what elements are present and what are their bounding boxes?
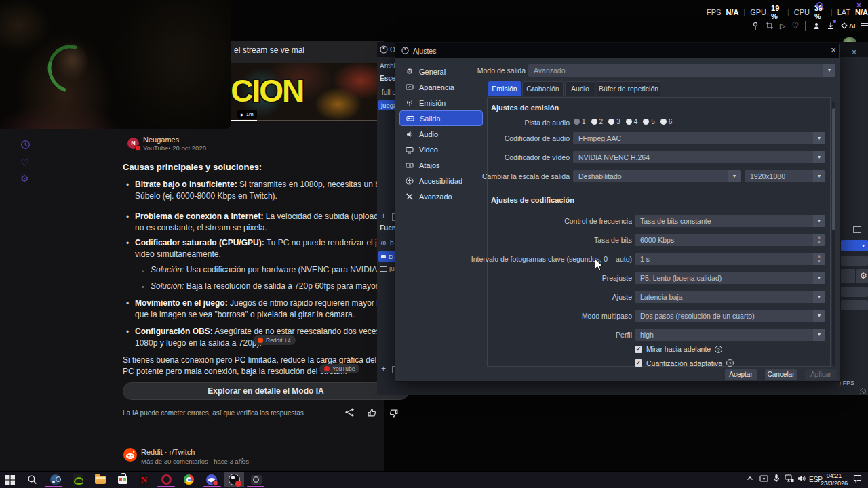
heart-icon[interactable]: ♡ bbox=[791, 21, 799, 30]
spin-down-icon[interactable]: ∨ bbox=[818, 240, 821, 245]
tab-grabacion[interactable]: Grabación bbox=[522, 81, 564, 96]
preset-select[interactable]: P5: Lento (buena calidad) ▾ bbox=[635, 272, 825, 284]
taskbar-obs-icon[interactable] bbox=[229, 474, 240, 485]
taskbar-discord-icon[interactable] bbox=[205, 474, 217, 485]
profile-person-icon[interactable] bbox=[812, 22, 821, 30]
rate-control-select[interactable]: Tasa de bits constante ▾ bbox=[635, 215, 825, 227]
taskbar-store-icon[interactable] bbox=[117, 474, 128, 485]
settings-gear-icon[interactable]: ⚙ bbox=[20, 173, 29, 184]
dialog-scrollbar-track[interactable] bbox=[832, 102, 835, 366]
source-avatar[interactable]: N bbox=[127, 138, 139, 149]
youtube-citation-badge[interactable]: YouTube bbox=[319, 364, 359, 373]
nav-item-emision[interactable]: Emisión bbox=[399, 95, 483, 110]
radio-track-4[interactable] bbox=[626, 119, 632, 125]
menu-icon[interactable] bbox=[861, 22, 868, 30]
download-icon[interactable] bbox=[827, 22, 835, 30]
checkbox-checked-icon[interactable]: ✓ bbox=[635, 359, 642, 367]
gx-search-icon[interactable] bbox=[816, 1, 825, 10]
capture-frame-icon[interactable] bbox=[766, 22, 774, 30]
gx-close-icon[interactable]: × bbox=[856, 1, 861, 10]
tools-icon bbox=[406, 192, 414, 201]
cancel-button[interactable]: Cancelar bbox=[765, 369, 797, 380]
obs-add-scene-button[interactable]: + bbox=[381, 211, 386, 221]
play-icon[interactable]: ▷ bbox=[780, 22, 785, 30]
tray-cast-icon[interactable] bbox=[760, 474, 768, 483]
tab-audio[interactable]: Audio bbox=[565, 81, 595, 96]
audio-encoder-select[interactable]: FFmpeg AAC ▾ bbox=[573, 132, 825, 144]
reddit-logo[interactable] bbox=[123, 448, 137, 462]
radio-track-6[interactable] bbox=[660, 119, 667, 125]
radio-track-2[interactable] bbox=[591, 119, 597, 125]
tab-bufer[interactable]: Búfer de repetición bbox=[597, 81, 660, 96]
taskbar-steam-icon[interactable] bbox=[50, 474, 61, 485]
running-indicator bbox=[45, 486, 62, 487]
chevron-down-icon: ▾ bbox=[813, 215, 825, 227]
keyframe-spinner[interactable]: 1 s ∧∨ bbox=[635, 253, 825, 265]
explore-ai-mode-button[interactable]: Explorar en detalle el Modo IA bbox=[123, 382, 409, 400]
taskbar-chrome-icon[interactable] bbox=[183, 474, 195, 485]
tuning-select[interactable]: Latencia baja ▾ bbox=[635, 291, 825, 303]
video-encoder-select[interactable]: NVIDIA NVENC H.264 ▾ bbox=[573, 151, 825, 163]
pin-icon[interactable] bbox=[751, 22, 760, 30]
tray-network-icon[interactable] bbox=[785, 474, 794, 483]
kebab-menu-icon[interactable]: ⋮ bbox=[239, 457, 246, 466]
lookahead-checkbox-row[interactable]: ✓ Mirar hacia adelante ? bbox=[635, 345, 722, 353]
obs-resize-grip[interactable] bbox=[860, 388, 866, 394]
spin-up-icon[interactable]: ∧ bbox=[818, 254, 821, 259]
settings-dialog-titlebar[interactable]: Ajustes bbox=[395, 43, 839, 58]
output-mode-select[interactable]: Avanzado ▾ bbox=[528, 64, 835, 77]
apply-button[interactable]: Aplicar bbox=[805, 369, 837, 380]
profile-select[interactable]: high ▾ bbox=[635, 329, 825, 341]
obs-start-streaming-button[interactable]: ▾ bbox=[841, 240, 868, 251]
video-thumbnail[interactable]: LUCION ▶ 1m bbox=[231, 63, 384, 122]
tray-volume-icon[interactable] bbox=[797, 474, 806, 483]
dialog-scrollbar-thumb[interactable] bbox=[832, 108, 835, 230]
tab-emision[interactable]: Emisión bbox=[488, 81, 521, 96]
rescale-resolution-select[interactable]: 1920x1080 ▾ bbox=[745, 170, 825, 182]
radio-track-1[interactable] bbox=[574, 119, 580, 125]
radio-track-5[interactable] bbox=[643, 119, 649, 125]
obs-dock-icon[interactable] bbox=[853, 226, 861, 233]
tray-notifications-icon[interactable] bbox=[853, 474, 862, 483]
thumbs-down-icon[interactable] bbox=[389, 409, 399, 419]
obs-studio-mode-button[interactable] bbox=[841, 269, 855, 283]
start-button[interactable] bbox=[4, 474, 16, 485]
favorites-heart-icon[interactable]: ♡ bbox=[20, 157, 29, 168]
nav-item-avanzado[interactable]: Avanzado bbox=[399, 188, 483, 204]
tray-clock[interactable]: 04:21 23/3/2026 bbox=[817, 472, 851, 487]
obs-close-icon[interactable]: × bbox=[852, 47, 856, 57]
taskbar-camera-icon[interactable] bbox=[250, 474, 262, 485]
thumbs-up-icon[interactable] bbox=[367, 407, 377, 418]
bitrate-spinner[interactable]: 6000 Kbps ∧∨ bbox=[635, 234, 825, 246]
spin-up-icon[interactable]: ∧ bbox=[818, 235, 821, 240]
spin-down-icon[interactable]: ∨ bbox=[818, 259, 821, 264]
obs-start-recording-button[interactable] bbox=[841, 256, 868, 266]
taskbar-nvidia-icon[interactable] bbox=[72, 474, 83, 485]
accept-button[interactable]: Aceptar bbox=[725, 369, 757, 380]
taskbar-explorer-icon[interactable] bbox=[94, 474, 106, 485]
obs-exit-button[interactable] bbox=[841, 300, 868, 310]
dialog-close-icon[interactable]: × bbox=[829, 45, 838, 56]
nav-item-apariencia[interactable]: Apariencia bbox=[399, 79, 483, 95]
obs-settings-gear-button[interactable]: ⚙ bbox=[856, 269, 868, 283]
radio-track-3[interactable] bbox=[608, 119, 614, 125]
tray-chevron-up-icon[interactable] bbox=[746, 474, 754, 483]
taskbar-opera-gx-icon[interactable] bbox=[161, 474, 172, 485]
taskbar-netflix-icon[interactable]: N bbox=[138, 474, 150, 485]
reddit-citation-badge[interactable]: Reddit +4 bbox=[253, 336, 296, 345]
obs-add-source-button[interactable]: + bbox=[381, 364, 386, 373]
obs-settings-button[interactable] bbox=[841, 287, 868, 297]
checkbox-checked-icon[interactable]: ✓ bbox=[635, 346, 642, 353]
tray-microphone-icon[interactable] bbox=[772, 474, 781, 483]
taskbar-search-icon[interactable] bbox=[26, 474, 38, 485]
history-clock-icon[interactable] bbox=[20, 140, 31, 150]
reddit-result-title[interactable]: Reddit · r/Twitch bbox=[141, 448, 256, 456]
dialog-title: Ajustes bbox=[413, 47, 436, 55]
source-name[interactable]: Neugames bbox=[143, 136, 279, 144]
share-icon[interactable] bbox=[344, 407, 355, 418]
adaptive-quant-checkbox-row[interactable]: ✓ Cuantización adaptativa ? bbox=[635, 359, 734, 367]
gx-ai-icon[interactable]: AI bbox=[841, 22, 855, 29]
multipass-select[interactable]: Dos pasos (resolución de un cuarto) ▾ bbox=[635, 310, 825, 322]
chevron-down-icon: ▾ bbox=[813, 310, 825, 322]
rescale-select[interactable]: Deshabilitado ▾ bbox=[573, 170, 741, 182]
